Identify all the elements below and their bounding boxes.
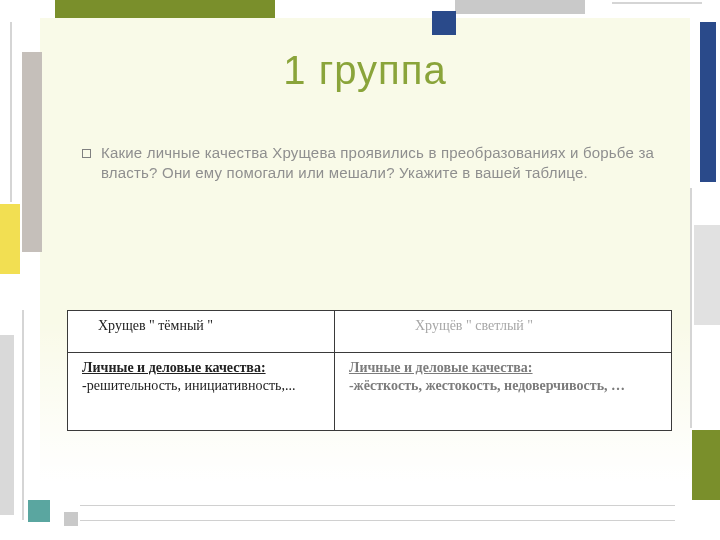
deco-left-teal-sq — [28, 500, 50, 522]
deco-left-line-lower — [22, 310, 24, 520]
table-header-light: Хрущёв " светлый " — [334, 311, 671, 353]
table-header-dark: Хрущев " тёмный " — [68, 311, 335, 353]
deco-right-grey-mid — [694, 225, 720, 325]
table-cell-light: Личные и деловые качества: -жёсткость, ж… — [334, 353, 671, 431]
deco-left-grey-tall — [22, 52, 42, 252]
deco-bottom-grey-sq — [64, 512, 78, 526]
deco-top-grey — [455, 0, 585, 14]
table-body-row: Личные и деловые качества: -решительност… — [68, 353, 672, 431]
deco-right-blue-tall — [700, 22, 716, 182]
cell-dark-body: -решительность, инициативность,... — [82, 377, 324, 395]
deco-bottom-line-1 — [80, 505, 675, 506]
deco-right-line — [690, 188, 692, 428]
deco-bottom-line-2 — [80, 520, 675, 521]
cell-light-title: Личные и деловые качества: — [349, 359, 661, 377]
deco-top-right-line — [612, 2, 702, 4]
comparison-table: Хрущев " тёмный " Хрущёв " светлый " Лич… — [67, 310, 672, 431]
deco-right-olive-low — [692, 430, 720, 500]
cell-dark-title: Личные и деловые качества: — [82, 359, 324, 377]
table-cell-dark: Личные и деловые качества: -решительност… — [68, 353, 335, 431]
bullet-text: Какие личные качества Хрущева проявились… — [101, 143, 660, 184]
page-title: 1 группа — [40, 48, 690, 93]
deco-left-grey-lower — [0, 335, 14, 515]
deco-left-line-upper — [10, 22, 12, 202]
cell-light-body: -жёсткость, жестокость, недоверчивость, … — [349, 377, 661, 395]
deco-top-olive — [55, 0, 275, 18]
deco-top-blue-sq — [432, 11, 456, 35]
deco-left-yellow — [0, 204, 20, 274]
bullet-icon — [82, 149, 91, 158]
bullet-row: Какие личные качества Хрущева проявились… — [82, 143, 660, 184]
table-header-row: Хрущев " тёмный " Хрущёв " светлый " — [68, 311, 672, 353]
slide-stage: 1 группа Какие личные качества Хрущева п… — [0, 0, 720, 540]
